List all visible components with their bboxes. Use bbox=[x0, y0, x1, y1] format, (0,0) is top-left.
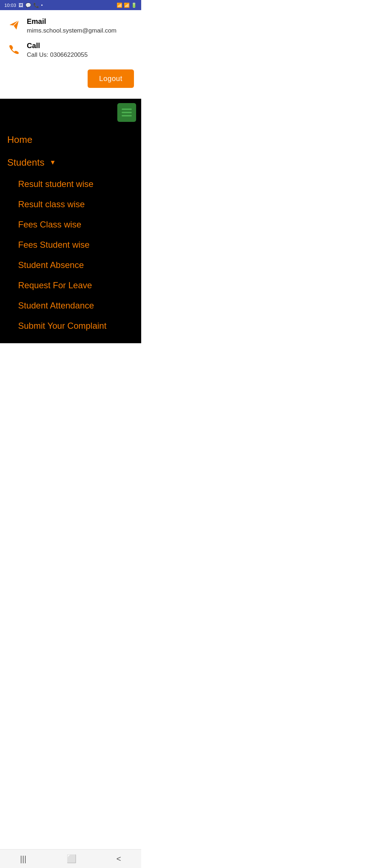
logout-button[interactable]: Logout bbox=[88, 69, 134, 88]
hamburger-line-2 bbox=[122, 112, 132, 113]
wifi-icon: 📶 bbox=[117, 3, 122, 8]
students-label: Students bbox=[7, 157, 45, 168]
dot-icon: • bbox=[41, 3, 43, 8]
call-value: Call Us: 03066220055 bbox=[27, 51, 88, 59]
contact-section: Email mims.school.system@gmail.com Call … bbox=[0, 10, 141, 99]
email-value: mims.school.system@gmail.com bbox=[27, 27, 117, 34]
nav-submit-complaint[interactable]: Submit Your Complaint bbox=[18, 316, 134, 336]
menu-header bbox=[0, 99, 141, 125]
hamburger-line-3 bbox=[122, 115, 132, 116]
nav-student-absence[interactable]: Student Absence bbox=[18, 255, 134, 275]
home-label: Home bbox=[7, 134, 32, 145]
nav-items: Home Students ▼ Result student wise Resu… bbox=[0, 125, 141, 336]
nav-fees-student-wise[interactable]: Fees Student wise bbox=[18, 235, 134, 255]
call-contact-item: Call Call Us: 03066220055 bbox=[7, 42, 134, 59]
phone-icon bbox=[7, 42, 21, 56]
hamburger-button[interactable] bbox=[117, 103, 136, 122]
image-icon: 🖼 bbox=[18, 3, 23, 8]
status-time: 10:03 bbox=[4, 3, 16, 8]
whatsapp-icon: 💬 bbox=[25, 3, 31, 8]
chevron-down-icon: ▼ bbox=[50, 159, 56, 166]
status-left: 10:03 🖼 💬 📞 • bbox=[4, 3, 43, 8]
nav-request-for-leave[interactable]: Request For Leave bbox=[18, 275, 134, 295]
nav-students[interactable]: Students ▼ bbox=[7, 151, 134, 174]
nav-result-student-wise[interactable]: Result student wise bbox=[18, 174, 134, 194]
nav-result-class-wise[interactable]: Result class wise bbox=[18, 194, 134, 214]
status-right: 📶 📶 🔋 bbox=[117, 3, 137, 8]
hamburger-line-1 bbox=[122, 109, 132, 110]
nav-fees-class-wise[interactable]: Fees Class wise bbox=[18, 214, 134, 235]
nav-student-attendance[interactable]: Student Attendance bbox=[18, 295, 134, 316]
signal-icon: 📶 bbox=[124, 3, 130, 8]
logout-row: Logout bbox=[7, 66, 134, 95]
status-bar: 10:03 🖼 💬 📞 • 📶 📶 🔋 bbox=[0, 0, 141, 10]
call-details: Call Call Us: 03066220055 bbox=[27, 42, 88, 59]
battery-icon: 🔋 bbox=[131, 3, 137, 8]
email-title: Email bbox=[27, 17, 117, 26]
email-icon bbox=[7, 18, 21, 32]
call-title: Call bbox=[27, 42, 88, 50]
nav-subitems: Result student wise Result class wise Fe… bbox=[7, 174, 134, 336]
email-details: Email mims.school.system@gmail.com bbox=[27, 17, 117, 34]
call-status-icon: 📞 bbox=[33, 3, 39, 8]
nav-home[interactable]: Home bbox=[7, 128, 134, 151]
email-contact-item: Email mims.school.system@gmail.com bbox=[7, 17, 134, 34]
nav-menu: Home Students ▼ Result student wise Resu… bbox=[0, 99, 141, 343]
